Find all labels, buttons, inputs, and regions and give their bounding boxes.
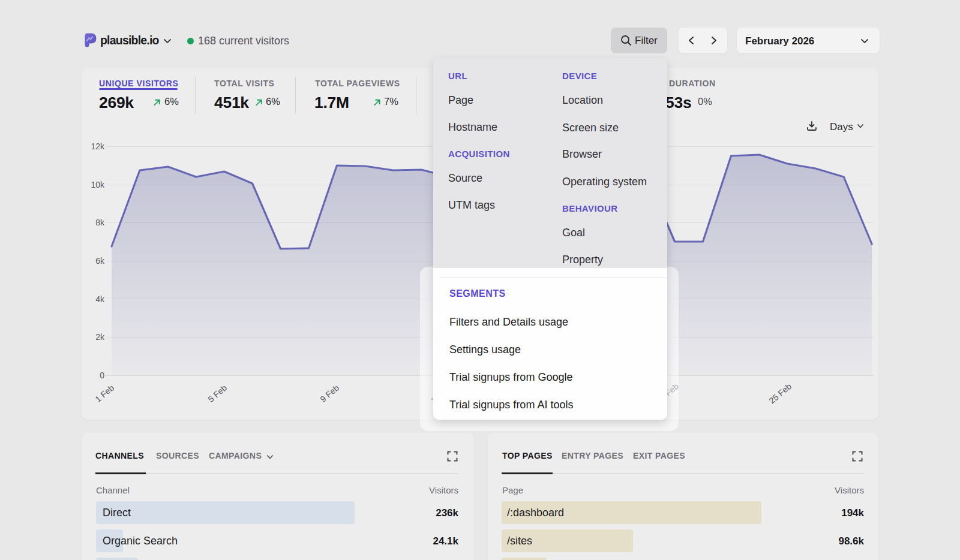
svg-text:25 Feb: 25 Feb <box>767 381 794 405</box>
svg-text:10k: 10k <box>91 180 105 189</box>
svg-text:0: 0 <box>100 371 104 380</box>
svg-text:4k: 4k <box>95 294 105 304</box>
svg-text:2k: 2k <box>95 332 105 342</box>
svg-text:5 Feb: 5 Feb <box>206 383 229 404</box>
svg-text:1 Feb: 1 Feb <box>93 383 116 404</box>
svg-text:9 Feb: 9 Feb <box>318 383 341 404</box>
svg-text:12k: 12k <box>91 141 105 151</box>
svg-text:8k: 8k <box>95 218 105 227</box>
svg-text:6k: 6k <box>95 256 105 266</box>
